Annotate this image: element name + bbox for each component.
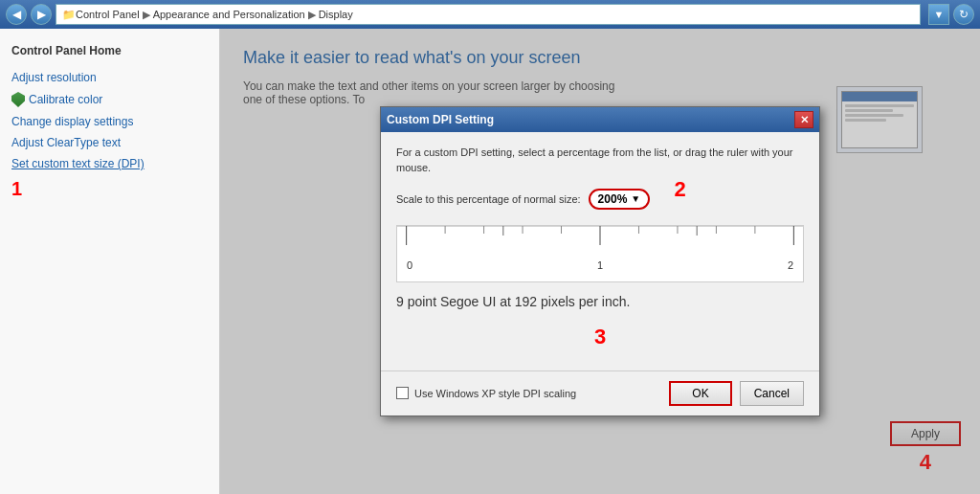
dialog-footer: Use Windows XP style DPI scaling OK Canc… [381,370,819,415]
ruler-labels: 0 1 2 [397,259,803,271]
ruler-container[interactable]: 0 1 2 [396,225,804,282]
sidebar-item-set-custom-dpi[interactable]: Set custom text size (DPI) [11,157,208,170]
breadcrumb-control-panel: Control Panel [76,9,140,20]
address-bar[interactable]: 📁 Control Panel ▶ Appearance and Persona… [56,4,921,25]
sidebar-item-adjust-resolution[interactable]: Adjust resolution [11,71,208,84]
custom-dpi-dialog: Custom DPI Setting ✕ For a custom DPI se… [380,106,820,416]
sidebar-item-adjust-cleartype[interactable]: Adjust ClearType text [11,136,208,149]
breadcrumb-appearance: Appearance and Personalization [153,9,305,20]
dialog-description: For a custom DPI setting, select a perce… [396,146,804,175]
xp-scaling-checkbox[interactable] [396,387,409,399]
folder-icon: 📁 [62,9,76,21]
cancel-button[interactable]: Cancel [740,381,804,406]
forward-button[interactable]: ▶ [31,4,52,25]
sidebar-title: Control Panel Home [11,44,208,57]
back-button[interactable]: ◀ [6,4,27,25]
dropdown-arrow[interactable]: ▼ [928,4,949,25]
ruler-label-0: 0 [407,259,412,271]
ruler-svg [397,226,803,255]
dialog-buttons: OK Cancel [669,381,804,406]
dropdown-arrow-icon: ▼ [631,193,640,204]
annotation-number-1: 1 [11,178,208,200]
title-bar: ◀ ▶ 📁 Control Panel ▶ Appearance and Per… [0,0,980,29]
dialog-body: For a custom DPI setting, select a perce… [381,132,819,370]
content-area: Make it easier to read what's on your sc… [220,29,980,494]
xp-scaling-label: Use Windows XP style DPI scaling [414,388,576,399]
dialog-titlebar: Custom DPI Setting ✕ [381,107,819,132]
sidebar-item-calibrate-color[interactable]: Calibrate color [11,92,208,107]
scale-value: 200% [598,192,628,206]
annotation-number-2: 2 [675,177,686,202]
ruler-label-2: 2 [788,259,793,271]
xp-scaling-option: Use Windows XP style DPI scaling [396,387,576,399]
scale-row: Scale to this percentage of normal size:… [396,189,804,210]
main-window: Control Panel Home Adjust resolution Cal… [0,29,980,494]
scale-dropdown[interactable]: 200% ▼ [589,189,651,210]
refresh-button[interactable]: ↻ [953,4,974,25]
dialog-title: Custom DPI Setting [387,113,494,126]
ok-button[interactable]: OK [669,381,731,406]
annotation-number-3: 3 [594,325,606,348]
breadcrumb-display: Display [319,9,353,20]
shield-icon [11,92,25,107]
dpi-info: 9 point Segoe UI at 192 pixels per inch. [396,294,804,309]
scale-label: Scale to this percentage of normal size: [396,193,581,205]
dialog-close-button[interactable]: ✕ [794,111,813,128]
separator2: ▶ [308,9,316,21]
dialog-backdrop: Custom DPI Setting ✕ For a custom DPI se… [220,29,980,494]
separator1: ▶ [143,9,150,21]
ruler-label-1: 1 [597,259,603,271]
sidebar-item-change-display[interactable]: Change display settings [11,115,208,128]
sidebar: Control Panel Home Adjust resolution Cal… [0,29,220,494]
